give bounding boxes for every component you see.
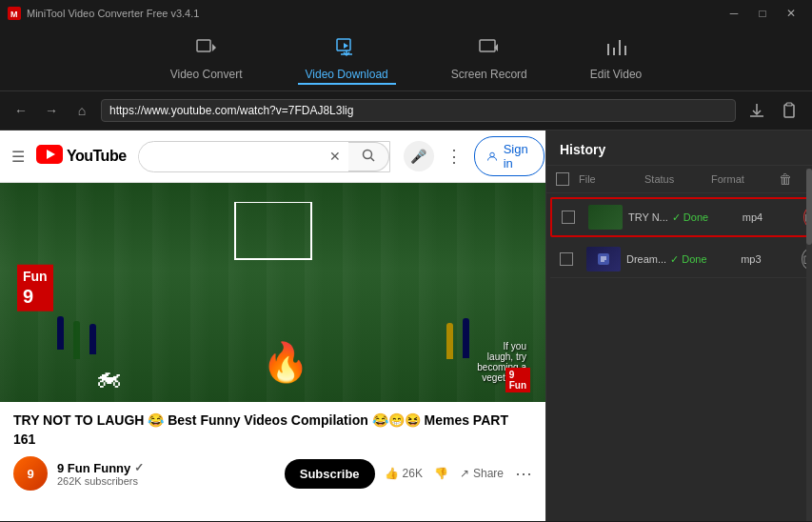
like-button[interactable]: 👍 26K [385,467,423,480]
verified-icon: ✓ [134,461,144,474]
main-area: ☰ YouTube funny videos ✕ 🎤 ⋮ [0,130,812,521]
history-row: Dream... ✓ Done mp3 [550,241,808,278]
tab-screen-record-label: Screen Record [451,68,527,81]
row1-format: mp4 [743,211,800,223]
youtube-more-options-icon[interactable]: ⋮ [446,146,463,167]
svg-marker-3 [212,44,216,51]
delete-all-icon[interactable]: 🗑 [779,171,792,187]
title-bar-left: M MiniTool Video Converter Free v3.4.1 [8,7,199,20]
share-button[interactable]: ↗ Share [460,467,504,480]
row2-check [560,252,583,266]
nav-tabs: Video Convert Video Download Screen Reco… [0,27,812,91]
history-panel: History File Status Format 🗑 TRY N... [545,130,812,521]
row1-checkbox[interactable] [562,211,575,224]
row1-status: ✓ Done [672,211,739,224]
row2-filename: Dream... [626,253,666,265]
clipboard-button[interactable] [776,97,802,124]
row2-file: Dream... [586,247,666,271]
share-label: Share [473,467,504,480]
subscribe-button[interactable]: Subscribe [285,459,375,489]
silhouettes2 [446,318,469,359]
svg-rect-2 [197,40,210,51]
video-info: TRY NOT TO LAUGH 😂 Best Funny Videos Com… [0,402,545,500]
motorcycle-emoji: 🏍 [95,361,122,392]
row2-thumb-image [586,247,621,271]
forward-button[interactable]: → [40,99,63,122]
status-col-header: Status [644,173,711,185]
tab-video-convert[interactable]: Video Convert [163,34,250,85]
row2-format: mp3 [741,253,798,265]
more-actions-button[interactable]: ⋯ [515,463,532,484]
row1-filename: TRY N... [628,211,668,223]
video-title: TRY NOT TO LAUGH 😂 Best Funny Videos Com… [13,412,532,449]
goalpost-svg [178,202,368,278]
svg-rect-8 [480,40,495,51]
restore-button[interactable]: □ [749,3,776,24]
scrollbar-track [806,169,812,521]
search-clear-icon[interactable]: ✕ [322,149,348,164]
delete-col-header: 🗑 [768,171,802,187]
9fun-badge-bottomright: 9Fun [505,368,530,392]
home-button[interactable]: ⌂ [70,99,93,122]
youtube-search-bar: funny videos ✕ [138,141,390,172]
youtube-search-input[interactable]: funny videos [139,144,322,170]
download-action-button[interactable] [743,97,770,124]
channel-info: 9 Fun Funny ✓ 262K subscribers [57,461,275,487]
youtube-area: ☰ YouTube funny videos ✕ 🎤 ⋮ [0,130,545,521]
row1-thumb-image [588,205,623,230]
screen-record-icon [478,36,501,64]
address-actions [743,97,802,124]
share-icon: ↗ [460,467,469,480]
scrollbar-thumb[interactable] [806,169,812,245]
app-title: MiniTool Video Converter Free v3.4.1 [27,8,199,19]
row1-check [562,211,584,224]
signin-label: Sign in [504,142,532,171]
youtube-signin-button[interactable]: Sign in [474,136,545,176]
channel-avatar: 9 [13,456,48,491]
check-all-col [556,172,579,186]
youtube-search-area: funny videos ✕ 🎤 [138,141,434,172]
dislike-button[interactable]: 👎 [434,467,448,480]
title-bar: M MiniTool Video Converter Free v3.4.1 ─… [0,0,812,27]
search-button[interactable] [348,142,389,171]
svg-point-22 [489,152,494,157]
row2-thumb [586,247,621,271]
youtube-logo[interactable]: YouTube [36,145,127,169]
check-all-checkbox[interactable] [556,172,569,186]
tab-edit-video[interactable]: Edit Video [583,34,650,85]
format-col-header: Format [711,173,768,185]
file-col-header: File [579,173,644,185]
channel-row: 9 9 Fun Funny ✓ 262K subscribers Subscri… [13,456,532,491]
svg-text:M: M [10,10,18,19]
subscriber-count: 262K subscribers [57,475,275,487]
url-input[interactable]: https://www.youtube.com/watch?v=7FDAJ8L3… [101,99,736,122]
row2-status: ✓ Done [670,253,737,266]
youtube-logo-text: YouTube [67,148,127,165]
address-bar: ← → ⌂ https://www.youtube.com/watch?v=7F… [0,91,812,130]
edit-video-icon [604,36,627,64]
thumbsdown-icon: 👎 [434,467,448,480]
microphone-button[interactable]: 🎤 [404,141,434,171]
tab-screen-record[interactable]: Screen Record [444,34,535,85]
tab-video-download[interactable]: Video Download [298,34,396,85]
tab-video-convert-label: Video Convert [170,68,243,81]
close-button[interactable]: ✕ [778,3,804,24]
back-button[interactable]: ← [10,99,32,122]
youtube-menu-icon[interactable]: ☰ [11,148,25,166]
svg-line-21 [370,157,374,161]
row1-file: TRY N... [588,205,668,230]
row1-thumb [588,205,623,230]
svg-rect-23 [235,202,311,259]
youtube-logo-icon [36,145,63,169]
tab-edit-video-label: Edit Video [590,68,643,81]
youtube-header-right: ⋮ Sign in [446,136,545,176]
minimize-button[interactable]: ─ [721,3,747,24]
fire-emoji: 🔥 [262,340,309,385]
video-thumbnail: Fun 9 🔥 🏍 If youlaugh, trybecoming avege… [0,183,545,402]
history-row: TRY N... ✓ Done mp4 [550,197,808,237]
silhouettes [57,316,96,359]
video-download-icon [335,36,358,64]
thumbsup-icon: 👍 [385,467,399,480]
row2-checkbox[interactable] [560,252,573,266]
svg-rect-16 [784,105,794,117]
